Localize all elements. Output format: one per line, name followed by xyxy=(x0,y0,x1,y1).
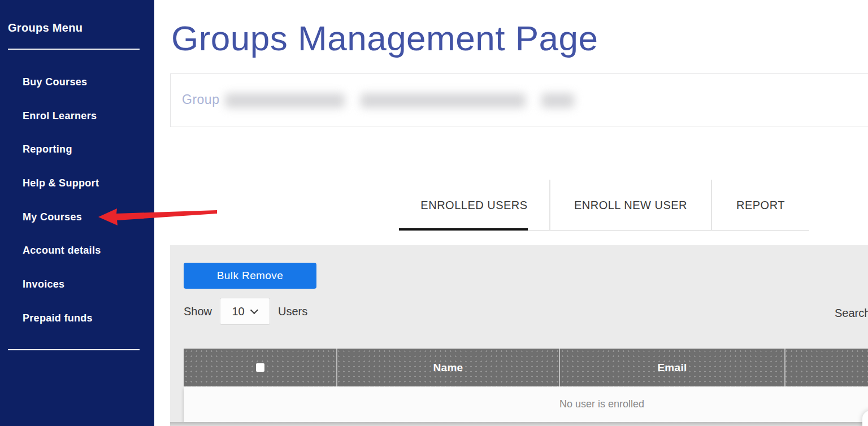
sidebar-item-reporting[interactable]: Reporting xyxy=(23,142,72,156)
group-field-label: Group xyxy=(182,92,219,107)
enrolled-users-panel: Bulk Remove Show 10 Users Search Name Em… xyxy=(170,245,868,426)
sidebar-divider-bottom xyxy=(8,349,140,350)
table-header-extra xyxy=(785,349,868,386)
active-tab-underline xyxy=(399,228,528,231)
sidebar-item-account-details[interactable]: Account details xyxy=(23,244,101,257)
tab-report[interactable]: REPORT xyxy=(712,180,809,231)
page-size-select[interactable]: 10 xyxy=(220,298,270,325)
page-title: Groups Management Page xyxy=(171,18,598,58)
group-field-box: Group xyxy=(170,73,868,127)
sidebar-divider-top xyxy=(8,49,140,50)
tab-enrolled-users[interactable]: ENROLLED USERS xyxy=(399,180,549,231)
groups-management-screen: Groups Menu Buy Courses Enrol Learners R… xyxy=(0,0,868,426)
users-label: Users xyxy=(278,305,307,318)
sidebar-item-invoices[interactable]: Invoices xyxy=(23,277,64,291)
sidebar: Groups Menu Buy Courses Enrol Learners R… xyxy=(0,0,154,426)
table-header-name: Name xyxy=(337,349,560,386)
show-users-row: Show 10 Users xyxy=(184,298,307,325)
sidebar-item-my-courses[interactable]: My Courses xyxy=(23,210,82,224)
table-header-checkbox-cell xyxy=(184,349,337,386)
table-header-row: Name Email xyxy=(184,349,868,386)
empty-message: No user is enrolled xyxy=(559,398,644,410)
redacted-group-value-1 xyxy=(225,93,345,108)
page-size-value: 10 xyxy=(232,305,244,318)
table-header-email: Email xyxy=(560,349,785,386)
enrolled-users-table: Name Email No user is enrolled xyxy=(184,349,868,422)
bulk-remove-button[interactable]: Bulk Remove xyxy=(184,263,316,289)
tab-bar: ENROLLED USERS ENROLL NEW USER REPORT xyxy=(399,180,809,231)
table-empty-row: No user is enrolled xyxy=(184,386,868,422)
search-label: Search xyxy=(835,307,868,320)
table-bottom-shadow xyxy=(170,422,868,426)
sidebar-item-buy-courses[interactable]: Buy Courses xyxy=(23,75,87,89)
sidebar-title: Groups Menu xyxy=(8,21,83,34)
tab-enroll-new-user[interactable]: ENROLL NEW USER xyxy=(550,180,711,231)
show-label: Show xyxy=(184,305,212,318)
select-all-checkbox[interactable] xyxy=(256,363,264,372)
redacted-group-value-2 xyxy=(361,93,526,108)
redacted-group-value-3 xyxy=(541,93,574,108)
sidebar-item-enrol-learners[interactable]: Enrol Learners xyxy=(23,109,97,123)
chevron-down-icon xyxy=(250,306,258,314)
sidebar-item-prepaid-funds[interactable]: Prepaid funds xyxy=(23,311,93,325)
sidebar-item-help-support[interactable]: Help & Support xyxy=(23,176,99,190)
